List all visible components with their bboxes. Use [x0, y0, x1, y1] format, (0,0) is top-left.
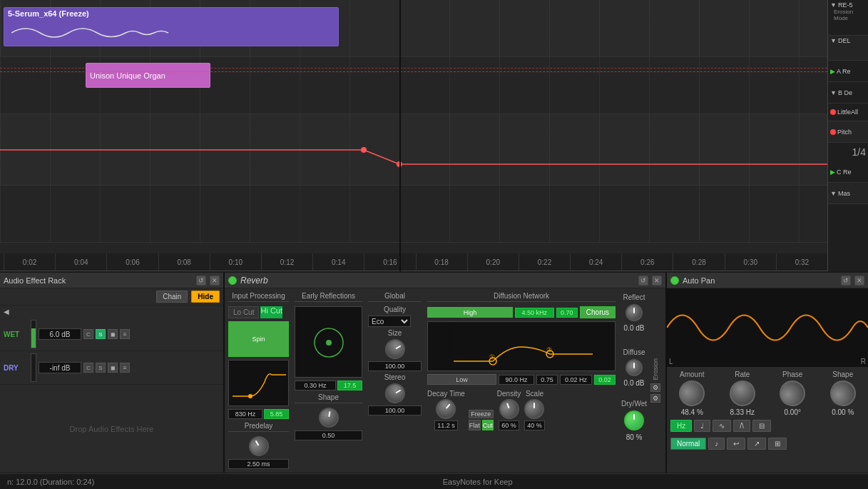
diffusion-graph: ① ② — [427, 321, 616, 371]
dry-s-btn[interactable]: S — [96, 363, 106, 373]
reflect-label: Reflect — [621, 293, 647, 301]
erosion-btn2[interactable]: ⚙ — [650, 394, 660, 403]
decay-time-label: Decay Time — [427, 390, 465, 398]
high-button[interactable]: High — [427, 307, 513, 318]
wave-sine-btn[interactable]: ∿ — [713, 420, 731, 432]
reverb-btn-circle[interactable]: ↺ — [638, 276, 648, 286]
hide-button[interactable]: Hide — [191, 291, 220, 303]
shape-knob[interactable] — [825, 375, 860, 410]
sync-icon-btn[interactable]: ♩ — [694, 420, 710, 432]
diffusion-controls-row: Decay Time 11.2 s Freeze Flat Cut — [427, 390, 616, 430]
amount-value: 48.4 % — [681, 408, 703, 416]
normal-button[interactable]: Normal — [670, 438, 706, 450]
phase-knob[interactable] — [775, 375, 810, 410]
dry-extra-btn[interactable]: ≡ — [120, 363, 130, 373]
track-header-re5[interactable]: ▼ RE-5 Erosion Mode — [828, 0, 868, 36]
track-header-bdel[interactable]: ▼ B De — [828, 82, 868, 104]
drywet-knob[interactable] — [624, 410, 644, 430]
input-processing-graph — [228, 360, 289, 406]
dry-value: -inf dB — [39, 362, 81, 373]
decay-time-knob[interactable] — [432, 395, 460, 423]
amount-knob[interactable] — [675, 375, 710, 410]
early-reflections-title: Early Reflections — [295, 292, 362, 302]
reverb-header: Reverb ↺ ✕ — [225, 273, 665, 288]
dry-label: DRY — [4, 364, 29, 372]
clip-freeze[interactable]: 5-Serum_x64 (Freeze) — [4, 7, 339, 46]
reverb-btn-x[interactable]: ✕ — [652, 276, 662, 286]
effect-rack-btn-x[interactable]: ✕ — [210, 276, 220, 286]
reverb-panel: Reverb ↺ ✕ Input Processing Lo Cut Hi Cu… — [225, 273, 667, 473]
freeze-button[interactable]: Freeze — [469, 410, 494, 418]
autopan-btn-x[interactable]: ✕ — [854, 276, 864, 286]
hi-cut-button[interactable]: Hi Cut — [260, 306, 282, 318]
density-knob[interactable] — [496, 396, 522, 422]
track-arrow-row: ◀ — [0, 306, 223, 318]
reverb-power-led[interactable] — [228, 276, 237, 285]
track-name-pitch: Pitch — [837, 128, 852, 136]
extra-btn2[interactable]: ⊞ — [768, 438, 787, 450]
spin-button[interactable]: Spin — [228, 321, 289, 357]
ruler-mark: 0:08 — [158, 253, 210, 271]
ruler-mark: 0:22 — [519, 253, 570, 271]
effect-rack-btn-circle[interactable]: ↺ — [196, 276, 206, 286]
sync-note-btn[interactable]: ♪ — [708, 438, 725, 450]
autopan-power-led[interactable] — [670, 276, 679, 285]
diffuse-knob[interactable] — [626, 359, 643, 376]
wet-s-btn[interactable]: S — [96, 329, 106, 339]
chain-button[interactable]: Chain — [156, 291, 188, 303]
diffusion-bottom-row: Low 90.0 Hz 0.75 0.02 Hz 0.02 — [427, 374, 616, 385]
track-header-cre[interactable]: ▶ C Re — [828, 161, 868, 183]
track-header-mas[interactable]: ▼ Mas — [828, 183, 868, 204]
wet-c-btn[interactable]: C — [83, 329, 93, 339]
diffusion-top-row: High 4.50 kHz 0.70 Chorus — [427, 306, 616, 318]
track-header-del[interactable]: ▼ DEL — [828, 36, 868, 61]
svg-text:①: ① — [489, 353, 495, 361]
phase-value: 0.00° — [785, 408, 801, 416]
erosion-label: Erosion — [652, 358, 659, 380]
predelay-knob[interactable] — [245, 433, 272, 460]
input-spin-value: 5.85 — [264, 409, 289, 419]
predelay-value: 2.50 ms — [228, 459, 289, 469]
retrig-btn[interactable]: ↩ — [727, 438, 745, 450]
effect-rack-title: Audio Effect Rack — [4, 276, 193, 285]
track-header-pitch[interactable]: Pitch — [828, 121, 868, 143]
erosion-btn1[interactable]: ⚙ — [650, 383, 660, 392]
clip-organ[interactable]: Unison Unique Organ — [86, 63, 210, 88]
diffuse-db: 0.0 dB — [621, 379, 647, 387]
size-knob[interactable] — [381, 336, 408, 363]
svg-text:②: ② — [546, 346, 552, 353]
chorus-button[interactable]: Chorus — [580, 306, 616, 318]
hz-button[interactable]: Hz — [670, 420, 692, 432]
dry-mute-btn[interactable]: ◼ — [108, 363, 118, 373]
autopan-btn-circle[interactable]: ↺ — [841, 276, 851, 286]
reverb-controls: Input Processing Lo Cut Hi Cut Spin — [225, 288, 665, 473]
er-values-row: 0.30 Hz 17.5 — [295, 380, 362, 390]
cut-button[interactable]: Cut — [482, 420, 494, 430]
phase-label: Phase — [782, 370, 802, 378]
wet-mute-btn[interactable]: ◼ — [108, 329, 118, 339]
quality-select[interactable]: Eco — [368, 316, 411, 327]
rate-knob[interactable] — [726, 377, 759, 410]
amount-label: Amount — [680, 370, 704, 378]
shape-er-knob[interactable] — [317, 406, 339, 429]
track-sub-erosion: Erosion — [830, 9, 866, 15]
env-btn[interactable]: ↗ — [747, 438, 766, 450]
track-row-4 — [0, 186, 827, 243]
reflect-knob[interactable] — [626, 304, 643, 321]
low-button[interactable]: Low — [427, 374, 496, 385]
input-processing-section: Input Processing Lo Cut Hi Cut Spin — [228, 292, 289, 469]
track-header-are[interactable]: ▶ A Re — [828, 61, 868, 82]
wave-extra-btn[interactable]: ⊟ — [752, 420, 771, 432]
rate-value: 8.33 Hz — [730, 408, 755, 416]
lo-cut-button[interactable]: Lo Cut — [228, 306, 259, 318]
wet-value: 6.0 dB — [39, 328, 81, 340]
flat-button[interactable]: Flat — [469, 420, 481, 430]
track-header-littleall[interactable]: LittleAll — [828, 104, 868, 121]
stereo-knob[interactable] — [381, 380, 408, 407]
wet-row: WET 6.0 dB C S ◼ ≡ — [4, 320, 220, 348]
dry-c-btn[interactable]: C — [83, 363, 93, 373]
scale-knob[interactable] — [524, 399, 544, 419]
wet-extra-btn[interactable]: ≡ — [120, 329, 130, 339]
wave-tri-btn[interactable]: /\ — [733, 420, 750, 432]
diffusion-val2: 0.70 — [556, 308, 578, 318]
